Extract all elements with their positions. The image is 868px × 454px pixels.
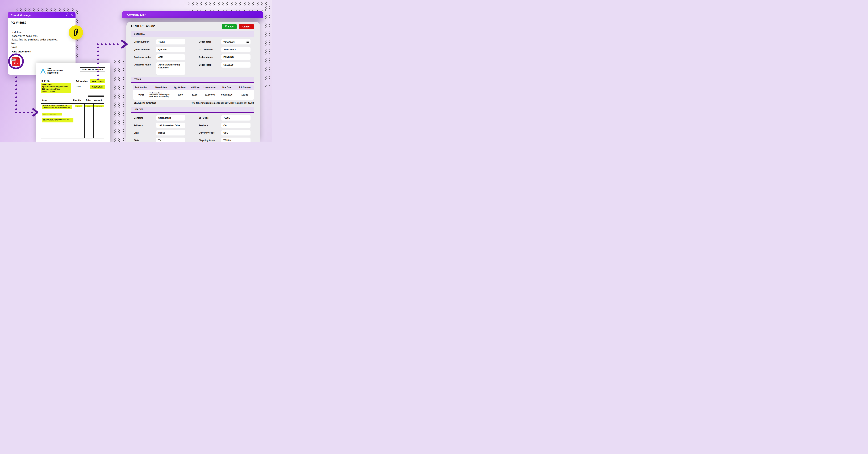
section-header: HEADER (131, 107, 254, 112)
field-customer-name: Customer name: Apex Manufacturing Soluti… (134, 62, 186, 75)
customer-name-input[interactable]: Apex Manufacturing Solutions (156, 62, 185, 75)
section-underline (131, 82, 254, 83)
field-label: Quote number: (134, 47, 150, 52)
email-titlebar: E-mail Message (8, 12, 75, 18)
arrow-right-icon (120, 39, 128, 50)
connector-dots-horizontal (15, 112, 33, 113)
field-label: Shipping Code: (199, 138, 215, 143)
divider (41, 96, 88, 96)
close-icon[interactable] (71, 13, 73, 17)
field-label: Address: (134, 123, 144, 128)
email-body-line: Hi Melissa, (10, 30, 58, 34)
acrobat-swirl-icon (13, 60, 19, 65)
item-delivery-highlight: DELIVERY 03/20/2026 (42, 113, 62, 116)
order-heading-value: 45982 (146, 24, 155, 28)
col-unit-price: Unit Price (188, 86, 202, 89)
item-requirements-highlight: THE FOLLOWING REQUIREMENTS PER SQR, REV.… (42, 118, 73, 122)
field-order-status: Order status: PENDING (199, 54, 251, 60)
apex-logo (40, 67, 46, 76)
territory-input[interactable]: CA (221, 123, 250, 128)
cell-description: Custom machined components per drawing S… (150, 92, 173, 98)
field-label: Order date: (199, 39, 211, 44)
items-table-header: Part Number Description Qty Ordered Unit… (133, 85, 254, 90)
erp-window-title: Company ERP (127, 13, 146, 16)
cell-unit-price: 12.50 (188, 93, 202, 96)
minimize-icon[interactable] (61, 15, 63, 15)
contact-input[interactable]: Sarah Davis (156, 115, 185, 121)
delivery-note: DELIVERY: 03/20/2026 (134, 102, 156, 104)
state-input[interactable]: TX (156, 138, 185, 143)
illustration-canvas: E-mail Message PO #45982 Hi Melissa, I h… (0, 0, 272, 143)
field-state: State: TX (134, 138, 186, 143)
email-body-line: Best, (10, 42, 58, 46)
cell-job-number: 15B45 (236, 93, 254, 96)
col-due-date: Due Date (218, 86, 236, 89)
pdf-icon: PDF (12, 57, 20, 66)
section-underline (131, 37, 254, 37)
order-status-input[interactable]: PENDING (221, 54, 250, 60)
cell-qty: 5000 (173, 93, 188, 96)
calendar-icon[interactable] (246, 40, 249, 43)
field-label: Order Total: (199, 62, 212, 67)
hatch-pattern (263, 5, 270, 87)
table-gridline (84, 104, 85, 138)
save-button[interactable]: Save (222, 24, 237, 29)
col-job-number: Job Number (236, 86, 254, 89)
requirements-note: The following requirements per SQR, Rev … (165, 102, 254, 104)
date-label: Date: (76, 86, 81, 88)
field-order-total: Order Total: 62,500.00 (199, 62, 251, 67)
email-subject: PO #45982 (10, 21, 26, 25)
quote-number-input[interactable]: Q-12589 (156, 47, 185, 52)
currency-input[interactable]: USD (221, 130, 250, 135)
order-heading-label: ORDER: (131, 24, 144, 28)
field-label: Contact: (134, 115, 143, 121)
field-label: State: (134, 138, 140, 143)
section-items: ITEMS (131, 77, 254, 82)
items-table-row[interactable]: 994B Custom machined components per draw… (133, 90, 254, 100)
address-input[interactable]: 100, Innovation Drive (156, 123, 185, 128)
field-quote-number: Quote number: Q-12589 (134, 47, 186, 52)
field-label: Customer code: (134, 54, 151, 60)
col-qty-ordered: Qty Ordered (173, 86, 188, 89)
field-po-number: P.O. Number: APX- 45982 (199, 47, 251, 52)
po-number-input[interactable]: APX- 45982 (221, 47, 250, 52)
doc-col-items: Items (42, 99, 47, 101)
ship-to-address: Sarah Davis Apex Manufacturing Solutions… (41, 83, 71, 93)
po-number-label: PO Number: (76, 80, 89, 83)
customer-code-input[interactable]: AMS (156, 54, 185, 60)
section-underline (131, 112, 254, 113)
window-controls (61, 13, 73, 17)
order-heading: ORDER: 45982 (131, 24, 155, 28)
email-body-line: David (10, 45, 58, 49)
order-date-input[interactable]: 02/19/2026 (221, 39, 250, 44)
col-description: Description (150, 86, 173, 89)
field-label: Order number: (134, 39, 150, 44)
field-territory: Territory: CA (199, 123, 251, 128)
field-label: Customer name: (134, 62, 152, 75)
shipping-code-input[interactable]: TRUCK (221, 138, 250, 143)
doc-col-amount: Amount (94, 99, 102, 101)
city-input[interactable]: Dallas (156, 130, 185, 135)
maximize-icon[interactable] (66, 13, 68, 17)
email-body-line: I hope you’re doing well. (10, 34, 58, 38)
email-body: Hi Melissa, I hope you’re doing well. Pl… (10, 30, 58, 49)
ship-to-label: SHIP TO: (41, 80, 50, 82)
section-general: GENERAL (131, 31, 254, 37)
field-contact: Contact: Sarah Davis (134, 115, 186, 121)
price-highlight: 12.50 (85, 105, 93, 107)
order-number-input[interactable]: 45982 (156, 39, 185, 44)
pdf-attachment[interactable]: PDF (8, 54, 24, 69)
field-label: P.O. Number: (199, 47, 213, 52)
cell-line-amount: 62,500.00 (202, 93, 218, 96)
zip-input[interactable]: 75001 (221, 115, 250, 121)
field-label: City: (134, 130, 139, 135)
order-total-input[interactable]: 62,500.00 (221, 62, 250, 67)
field-label: ZIP Code: (199, 115, 209, 121)
erp-items-table: Part Number Description Qty Ordered Unit… (133, 85, 254, 100)
col-line-amount: Line Amount (202, 86, 218, 89)
field-shipping-code: Shipping Code: TRUCK (199, 138, 251, 143)
col-part-number: Part Number (133, 86, 150, 89)
cancel-button[interactable]: Cancel (239, 24, 254, 29)
field-zip: ZIP Code: 75001 (199, 115, 251, 121)
hatch-pattern (112, 60, 124, 143)
